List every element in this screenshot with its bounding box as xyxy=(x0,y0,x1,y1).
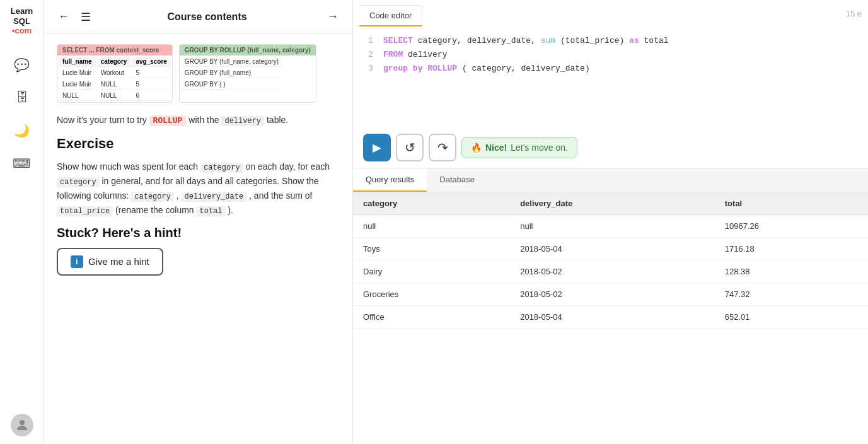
kw-sum: sum xyxy=(541,36,555,45)
table-row: Lucie MuirNULL5 xyxy=(59,79,171,90)
code-category-3: category xyxy=(131,192,174,202)
cell-delivery-date: 2018-05-02 xyxy=(510,283,715,306)
logo-text: Learn SQL •com xyxy=(6,6,38,36)
exercise-title: Exercise xyxy=(57,136,340,152)
main-content: ← ☰ Course contents → SELECT ... FROM co… xyxy=(44,0,353,444)
cell-total: 747.32 xyxy=(715,283,868,306)
kw-group: group xyxy=(383,64,408,73)
code-category-1: category xyxy=(200,163,243,173)
cell-delivery-date: 2018-05-04 xyxy=(510,238,715,260)
cell-total: 10967.26 xyxy=(715,215,868,238)
cell-category: Dairy xyxy=(353,260,510,283)
table-row: null null 10967.26 xyxy=(353,215,868,238)
col-avg-score: avg_score xyxy=(132,57,170,67)
keyboard-icon[interactable]: ⌨ xyxy=(8,149,36,177)
sidebar: Learn SQL •com 💬 🗄 🌙 ⌨ xyxy=(0,0,44,444)
forward-code-icon: ↷ xyxy=(437,140,448,155)
lesson-text: Now it's your turn to try ROLLUP with th… xyxy=(57,113,340,128)
run-button[interactable]: ▶ xyxy=(363,134,391,161)
col-category: category xyxy=(97,57,131,67)
success-badge: 🔥 Nice! Let's move on. xyxy=(461,137,577,158)
results-tabs: Query results Database xyxy=(353,168,868,192)
cell-category: Groceries xyxy=(353,283,510,306)
rollup-keyword: ROLLUP xyxy=(149,115,187,126)
code-total-price: total_price xyxy=(57,206,113,216)
top-nav: ← ☰ Course contents → xyxy=(44,0,352,34)
course-contents-title: Course contents xyxy=(98,11,316,23)
logo-dot: •com xyxy=(12,26,32,35)
table-row: Office 2018-05-04 652.01 xyxy=(353,306,868,329)
cell-total: 652.01 xyxy=(715,306,868,329)
table-row: NULLNULL6 xyxy=(59,91,171,101)
preview-table-left-header: SELECT ... FROM contest_score xyxy=(57,45,172,56)
success-bold: Nice! xyxy=(485,143,507,153)
kw-select: SELECT xyxy=(383,36,413,45)
code-line-3: 3 group by ROLLUP ( category, delivery_d… xyxy=(363,62,858,76)
table-row: Groceries 2018-05-02 747.32 xyxy=(353,283,868,306)
cell-category: Toys xyxy=(353,238,510,260)
give-hint-button[interactable]: i Give me a hint xyxy=(57,248,163,276)
table-name-code: delivery xyxy=(221,116,264,126)
cell-delivery-date: null xyxy=(510,215,715,238)
code-editor-tab[interactable]: Code editor xyxy=(359,5,422,26)
moon-icon[interactable]: 🌙 xyxy=(8,117,36,144)
preview-table-right-header: GROUP BY ROLLUP (full_name, category) xyxy=(180,45,316,56)
tab-database[interactable]: Database xyxy=(427,168,487,192)
tab-query-results[interactable]: Query results xyxy=(353,168,427,192)
reset-button[interactable]: ↺ xyxy=(396,134,424,161)
kw-rollup: ROLLUP xyxy=(427,64,457,73)
col-full-name: full_name xyxy=(59,57,96,67)
table-row: Dairy 2018-05-02 128.38 xyxy=(353,260,868,283)
kw-from: FROM xyxy=(383,50,403,59)
lesson-body: SELECT ... FROM contest_score full_name … xyxy=(44,34,352,444)
kw-as: as xyxy=(629,36,639,45)
reset-icon: ↺ xyxy=(405,140,415,155)
code-total: total xyxy=(197,206,226,216)
back-button[interactable]: ← xyxy=(54,8,73,26)
hint-section-title: Stuck? Here's a hint! xyxy=(57,226,340,240)
cell-delivery-date: 2018-05-02 xyxy=(510,260,715,283)
code-delivery-date: delivery_date xyxy=(182,192,247,202)
editor-toolbar: ▶ ↺ ↷ 🔥 Nice! Let's move on. xyxy=(353,127,868,168)
logo-line1: Learn xyxy=(11,6,33,16)
col-header-delivery-date: delivery_date xyxy=(510,192,715,215)
avatar[interactable] xyxy=(11,414,33,436)
code-editor-section: Code editor 1 SELECT category, delivery_… xyxy=(353,0,868,168)
preview-table-left: SELECT ... FROM contest_score full_name … xyxy=(57,44,173,103)
hint-icon: i xyxy=(71,255,83,268)
results-table-wrap: category delivery_date total null null 1… xyxy=(353,192,868,444)
code-area[interactable]: 1 SELECT category, delivery_date, sum (t… xyxy=(353,26,868,127)
cell-category: null xyxy=(353,215,510,238)
success-emoji: 🔥 xyxy=(471,143,482,153)
right-panel: 15 e Code editor 1 SELECT category, deli… xyxy=(353,0,868,444)
preview-table-right: GROUP BY ROLLUP (full_name, category) GR… xyxy=(179,44,316,103)
forward-button[interactable]: → xyxy=(323,8,342,26)
page-number: 15 e xyxy=(846,9,862,18)
logo: Learn SQL •com xyxy=(6,6,38,36)
chat-icon[interactable]: 💬 xyxy=(8,51,36,79)
col-header-total: total xyxy=(715,192,868,215)
table-row: GROUP BY (full_name) xyxy=(181,68,282,78)
cell-total: 128.38 xyxy=(715,260,868,283)
results-section: Query results Database category delivery… xyxy=(353,168,868,444)
run-icon: ▶ xyxy=(373,141,381,155)
table-row: Lucie MuirWorkout5 xyxy=(59,68,171,78)
table-row: GROUP BY (full_name, category) xyxy=(181,57,282,67)
code-line-2: 2 FROM delivery xyxy=(363,48,858,62)
table-row: GROUP BY ( ) xyxy=(181,79,282,90)
cell-delivery-date: 2018-05-04 xyxy=(510,306,715,329)
logo-line2: SQL xyxy=(13,16,30,26)
cell-category: Office xyxy=(353,306,510,329)
success-text: Let's move on. xyxy=(511,143,568,153)
code-line-1: 1 SELECT category, delivery_date, sum (t… xyxy=(363,34,858,48)
forward-code-button[interactable]: ↷ xyxy=(429,134,456,161)
preview-tables: SELECT ... FROM contest_score full_name … xyxy=(57,44,340,103)
code-category-2: category xyxy=(57,177,100,187)
hamburger-icon[interactable]: ☰ xyxy=(81,10,91,24)
svg-point-0 xyxy=(20,420,25,425)
results-table: category delivery_date total null null 1… xyxy=(353,192,868,329)
hint-button-label: Give me a hint xyxy=(88,256,149,267)
kw-by: by xyxy=(413,64,423,73)
database-icon[interactable]: 🗄 xyxy=(8,84,36,112)
exercise-description: Show how much was spent for each categor… xyxy=(57,160,340,218)
